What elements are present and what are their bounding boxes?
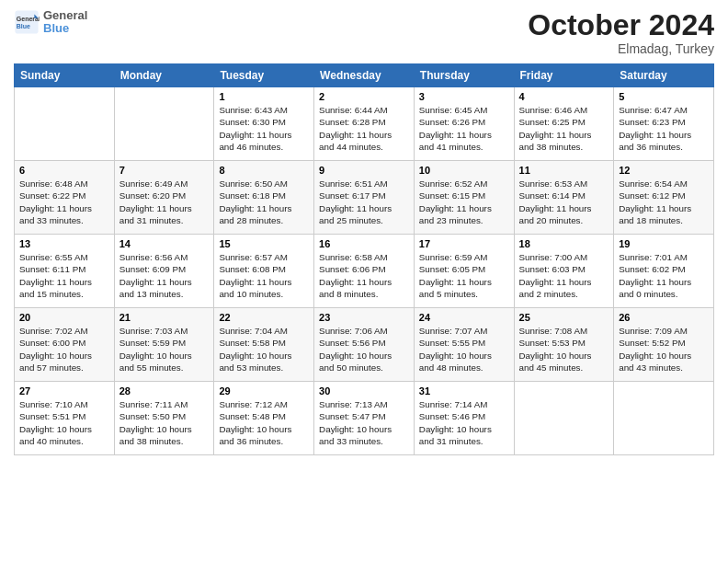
calendar-cell: 10Sunrise: 6:52 AMSunset: 6:15 PMDayligh… (414, 161, 514, 235)
daylight-text-line2: and 48 minutes. (419, 362, 509, 373)
page-header: General Blue General Blue October 2024 E… (14, 9, 714, 56)
calendar-cell: 12Sunrise: 6:54 AMSunset: 6:12 PMDayligh… (614, 161, 714, 235)
daylight-text-line2: and 57 minutes. (19, 362, 109, 373)
sunrise-text: Sunrise: 7:11 AM (119, 398, 210, 410)
day-detail: Sunrise: 6:53 AMSunset: 6:14 PMDaylight:… (519, 178, 609, 226)
sunrise-text: Sunrise: 6:46 AM (519, 104, 609, 116)
day-detail: Sunrise: 6:59 AMSunset: 6:05 PMDaylight:… (419, 251, 509, 300)
day-number: 2 (319, 91, 409, 102)
daylight-text-line2: and 5 minutes. (419, 288, 509, 300)
sunrise-text: Sunrise: 7:00 AM (519, 251, 609, 263)
sunset-text: Sunset: 6:20 PM (119, 190, 210, 201)
day-detail: Sunrise: 7:07 AMSunset: 5:55 PMDaylight:… (419, 325, 509, 373)
day-number: 17 (419, 238, 509, 249)
day-number: 11 (519, 165, 609, 176)
daylight-text-line1: Daylight: 10 hours (319, 350, 409, 362)
calendar-cell: 18Sunrise: 7:00 AMSunset: 6:03 PMDayligh… (514, 235, 614, 308)
daylight-text-line1: Daylight: 10 hours (119, 350, 210, 362)
sunset-text: Sunset: 6:28 PM (319, 116, 409, 128)
day-number: 19 (619, 238, 709, 249)
sunset-text: Sunset: 6:22 PM (19, 190, 109, 201)
daylight-text-line1: Daylight: 10 hours (19, 350, 109, 362)
sunrise-text: Sunrise: 7:09 AM (619, 325, 709, 337)
day-detail: Sunrise: 6:52 AMSunset: 6:15 PMDaylight:… (419, 178, 509, 226)
sunset-text: Sunset: 6:02 PM (619, 263, 709, 275)
sunrise-text: Sunrise: 6:55 AM (19, 251, 109, 263)
svg-rect-0 (15, 11, 38, 34)
day-number: 20 (19, 312, 109, 323)
sunrise-text: Sunrise: 7:10 AM (19, 398, 109, 410)
daylight-text-line2: and 53 minutes. (219, 362, 309, 373)
daylight-text-line2: and 36 minutes. (219, 435, 309, 447)
svg-text:Blue: Blue (17, 23, 30, 29)
daylight-text-line1: Daylight: 11 hours (319, 276, 409, 288)
sunrise-text: Sunrise: 6:58 AM (319, 251, 409, 263)
calendar-cell: 21Sunrise: 7:03 AMSunset: 5:59 PMDayligh… (114, 308, 214, 382)
daylight-text-line2: and 43 minutes. (619, 362, 709, 373)
calendar-cell: 15Sunrise: 6:57 AMSunset: 6:08 PMDayligh… (214, 235, 314, 308)
sunrise-text: Sunrise: 7:12 AM (219, 398, 309, 410)
day-number: 21 (119, 312, 210, 323)
daylight-text-line1: Daylight: 11 hours (419, 129, 509, 141)
sunrise-text: Sunrise: 7:08 AM (519, 325, 609, 337)
daylight-text-line1: Daylight: 10 hours (419, 423, 509, 435)
sunset-text: Sunset: 6:00 PM (19, 337, 109, 349)
day-detail: Sunrise: 6:58 AMSunset: 6:06 PMDaylight:… (319, 251, 409, 300)
daylight-text-line1: Daylight: 11 hours (419, 276, 509, 288)
daylight-text-line2: and 38 minutes. (119, 435, 210, 447)
col-sunday: Sunday (15, 64, 115, 87)
day-number: 1 (219, 91, 309, 102)
calendar-cell: 17Sunrise: 6:59 AMSunset: 6:05 PMDayligh… (414, 235, 514, 308)
calendar-cell: 29Sunrise: 7:12 AMSunset: 5:48 PMDayligh… (214, 382, 314, 455)
daylight-text-line2: and 33 minutes. (319, 435, 409, 447)
sunset-text: Sunset: 6:03 PM (519, 263, 609, 275)
calendar-cell: 23Sunrise: 7:06 AMSunset: 5:56 PMDayligh… (314, 308, 415, 382)
day-number: 27 (19, 385, 109, 396)
calendar-cell: 24Sunrise: 7:07 AMSunset: 5:55 PMDayligh… (414, 308, 514, 382)
daylight-text-line1: Daylight: 11 hours (619, 129, 709, 141)
day-number: 4 (519, 91, 609, 102)
sunrise-text: Sunrise: 6:52 AM (419, 178, 509, 190)
calendar-cell: 22Sunrise: 7:04 AMSunset: 5:58 PMDayligh… (214, 308, 314, 382)
sunrise-text: Sunrise: 6:57 AM (219, 251, 309, 263)
calendar-cell (15, 87, 115, 161)
sunrise-text: Sunrise: 6:53 AM (519, 178, 609, 190)
sunset-text: Sunset: 6:09 PM (119, 263, 210, 275)
calendar-cell: 7Sunrise: 6:49 AMSunset: 6:20 PMDaylight… (114, 161, 214, 235)
title-block: October 2024 Elmadag, Turkey (528, 9, 714, 56)
calendar-cell (614, 382, 714, 455)
daylight-text-line1: Daylight: 11 hours (19, 276, 109, 288)
daylight-text-line1: Daylight: 11 hours (119, 202, 210, 214)
calendar-cell: 25Sunrise: 7:08 AMSunset: 5:53 PMDayligh… (514, 308, 614, 382)
calendar-cell: 8Sunrise: 6:50 AMSunset: 6:18 PMDaylight… (214, 161, 314, 235)
location: Elmadag, Turkey (528, 41, 714, 56)
day-number: 3 (419, 91, 509, 102)
col-friday: Friday (514, 64, 614, 87)
day-detail: Sunrise: 7:12 AMSunset: 5:48 PMDaylight:… (219, 398, 309, 447)
calendar-week-3: 13Sunrise: 6:55 AMSunset: 6:11 PMDayligh… (15, 235, 714, 308)
daylight-text-line2: and 13 minutes. (119, 288, 210, 300)
sunrise-text: Sunrise: 6:59 AM (419, 251, 509, 263)
daylight-text-line1: Daylight: 10 hours (419, 350, 509, 362)
logo-line1: General (43, 9, 87, 22)
sunset-text: Sunset: 5:51 PM (19, 410, 109, 422)
sunset-text: Sunset: 5:59 PM (119, 337, 210, 349)
daylight-text-line2: and 0 minutes. (619, 288, 709, 300)
daylight-text-line1: Daylight: 11 hours (619, 276, 709, 288)
calendar-cell: 16Sunrise: 6:58 AMSunset: 6:06 PMDayligh… (314, 235, 415, 308)
logo-line2: Blue (43, 22, 87, 35)
calendar-cell: 3Sunrise: 6:45 AMSunset: 6:26 PMDaylight… (414, 87, 514, 161)
daylight-text-line1: Daylight: 11 hours (119, 276, 210, 288)
calendar-cell: 30Sunrise: 7:13 AMSunset: 5:47 PMDayligh… (314, 382, 415, 455)
sunset-text: Sunset: 5:46 PM (419, 410, 509, 422)
calendar-cell: 2Sunrise: 6:44 AMSunset: 6:28 PMDaylight… (314, 87, 415, 161)
day-number: 26 (619, 312, 709, 323)
day-number: 7 (119, 165, 210, 176)
calendar-table: Sunday Monday Tuesday Wednesday Thursday… (14, 63, 714, 455)
day-number: 14 (119, 238, 210, 249)
sunrise-text: Sunrise: 7:03 AM (119, 325, 210, 337)
sunset-text: Sunset: 6:06 PM (319, 263, 409, 275)
sunset-text: Sunset: 6:17 PM (319, 190, 409, 201)
sunrise-text: Sunrise: 7:13 AM (319, 398, 409, 410)
day-detail: Sunrise: 6:46 AMSunset: 6:25 PMDaylight:… (519, 104, 609, 153)
